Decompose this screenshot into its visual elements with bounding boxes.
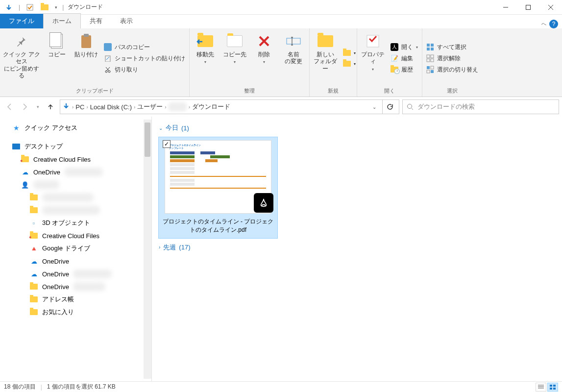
window-title: ダウンロード bbox=[68, 3, 103, 11]
close-button[interactable] bbox=[539, 0, 562, 15]
up-button[interactable] bbox=[44, 100, 57, 113]
address-bar[interactable]: › PC › Local Disk (C:) › ユーザー › › ダウンロード… bbox=[60, 99, 399, 114]
nav-onedrive-4[interactable]: OneDrive bbox=[0, 280, 151, 293]
tab-view[interactable]: 表示 bbox=[111, 14, 142, 28]
recent-dropdown[interactable]: ▾ bbox=[34, 100, 41, 113]
nav-folder-blurred-1[interactable] bbox=[0, 191, 151, 204]
nav-onedrive-2[interactable]: ☁OneDrive bbox=[0, 255, 151, 268]
nav-quick-access[interactable]: ★クイック アクセス bbox=[0, 122, 151, 134]
edit-button[interactable]: 📝編集 bbox=[389, 53, 420, 64]
select-none-button[interactable]: 選択解除 bbox=[424, 53, 480, 64]
crumb-sep[interactable]: › bbox=[189, 104, 190, 110]
svg-rect-25 bbox=[553, 388, 556, 390]
nav-creative-cloud-2[interactable]: ●Creative Cloud Files bbox=[0, 229, 151, 242]
new-item-button[interactable]: ▾ bbox=[341, 48, 355, 58]
crumb-disk[interactable]: Local Disk (C:) bbox=[90, 103, 132, 111]
nav-desktop[interactable]: デスクトップ bbox=[0, 140, 151, 153]
search-placeholder: ダウンロードの検索 bbox=[417, 102, 475, 111]
favorites-icon bbox=[29, 308, 38, 317]
details-view-button[interactable] bbox=[536, 383, 546, 392]
move-to-icon bbox=[197, 33, 213, 49]
collapse-ribbon-icon[interactable]: へ bbox=[541, 21, 546, 27]
group-today[interactable]: ⌄ 今日 (1) bbox=[159, 122, 555, 137]
qat-down-arrow-icon[interactable] bbox=[2, 2, 16, 13]
crumb-downloads[interactable]: ダウンロード bbox=[192, 102, 230, 111]
tab-file[interactable]: ファイル bbox=[0, 14, 43, 28]
tile-checkbox[interactable]: ✓ bbox=[163, 140, 171, 148]
svg-rect-18 bbox=[431, 66, 434, 69]
nav-user[interactable]: 👤 bbox=[0, 178, 151, 191]
tab-share[interactable]: 共有 bbox=[81, 14, 111, 28]
move-to-button[interactable]: 移動先 ▾ bbox=[192, 30, 219, 86]
address-dropdown[interactable]: ⌄ bbox=[368, 104, 380, 110]
invert-selection-button[interactable]: 選択の切り替え bbox=[424, 65, 480, 75]
paste-button[interactable]: 貼り付け bbox=[73, 30, 100, 86]
properties-icon bbox=[365, 33, 381, 49]
select-all-button[interactable]: すべて選択 bbox=[424, 42, 480, 52]
forward-button[interactable] bbox=[19, 100, 31, 113]
history-button[interactable]: 🕐履歴 bbox=[389, 65, 420, 75]
edit-icon: 📝 bbox=[391, 54, 398, 62]
nav-favorites[interactable]: お気に入り bbox=[0, 306, 151, 318]
copy-path-button[interactable]: パスのコピー bbox=[102, 42, 187, 52]
ribbon-group-open: プロパティ ▾ 人開く▾ 📝編集 🕐履歴 開く bbox=[357, 28, 422, 97]
open-button[interactable]: 人開く▾ bbox=[389, 42, 420, 52]
chevron-down-icon: ⌄ bbox=[159, 125, 163, 131]
select-none-icon bbox=[426, 54, 434, 62]
copy-to-drop: ▾ bbox=[234, 60, 236, 64]
crumb-user-blurred[interactable] bbox=[169, 102, 187, 111]
nav-folder-blurred-2[interactable] bbox=[0, 204, 151, 217]
adobe-icon: 人 bbox=[391, 43, 398, 51]
file-name: プロジェクトのタイムライン - プロジェクトのタイムライン.pdf bbox=[159, 217, 277, 238]
nav-creative-cloud[interactable]: ●Creative Cloud Files bbox=[0, 153, 151, 166]
refresh-button[interactable] bbox=[382, 100, 397, 114]
help-button[interactable]: ? bbox=[549, 20, 558, 28]
nav-contacts[interactable]: アドレス帳 bbox=[0, 293, 151, 306]
copy-to-button[interactable]: コピー先 ▾ bbox=[221, 30, 248, 86]
paste-shortcut-button[interactable]: ショートカットの貼り付け bbox=[102, 53, 187, 64]
select-all-icon bbox=[426, 43, 434, 51]
group-last-week[interactable]: › 先週 (17) bbox=[159, 241, 555, 257]
address-row: ▾ › PC › Local Disk (C:) › ユーザー › › ダウンロ… bbox=[0, 97, 562, 117]
crumb-pc[interactable]: PC bbox=[75, 103, 84, 111]
maximize-button[interactable] bbox=[517, 0, 539, 15]
search-box[interactable]: ダウンロードの検索 bbox=[402, 99, 559, 114]
delete-icon bbox=[256, 33, 272, 49]
qat-separator-2: | bbox=[62, 4, 64, 11]
properties-button[interactable]: プロパティ ▾ bbox=[359, 30, 387, 86]
content-view: ⌄ 今日 (1) プロジェクトのタイムラインテンプレート bbox=[152, 117, 562, 381]
copy-icon bbox=[49, 33, 65, 49]
large-icons-view-button[interactable] bbox=[547, 383, 558, 392]
delete-button[interactable]: 削除 ▾ bbox=[250, 30, 278, 86]
new-folder-button[interactable]: 新しい フォルダー bbox=[312, 30, 339, 86]
easy-access-button[interactable]: ▾ bbox=[341, 59, 355, 69]
crumb-sep[interactable]: › bbox=[72, 104, 73, 110]
cut-button[interactable]: 切り取り bbox=[102, 65, 187, 75]
qat-folder-icon[interactable] bbox=[38, 2, 51, 13]
nav-onedrive-3[interactable]: ☁OneDrive bbox=[0, 268, 151, 280]
nav-scroll-thumb[interactable] bbox=[145, 122, 150, 157]
qat-dropdown-icon[interactable]: ▾ bbox=[52, 2, 59, 13]
crumb-users[interactable]: ユーザー bbox=[137, 102, 163, 111]
nav-google-drive[interactable]: 🔺Google ドライブ bbox=[0, 242, 151, 255]
crumb-sep[interactable]: › bbox=[134, 104, 135, 110]
rename-button[interactable]: 名前 の変更 bbox=[280, 30, 307, 86]
folder-icon bbox=[29, 282, 38, 291]
star-icon: ★ bbox=[12, 123, 21, 132]
svg-rect-9 bbox=[427, 44, 430, 47]
nav-3d-objects[interactable]: ▫3D オブジェクト bbox=[0, 217, 151, 229]
status-selection: 1 個の項目を選択 61.7 KB bbox=[47, 383, 116, 391]
file-tile[interactable]: プロジェクトのタイムラインテンプレート bbox=[159, 137, 277, 238]
nav-scrollbar[interactable] bbox=[144, 120, 151, 379]
minimize-button[interactable] bbox=[494, 0, 517, 15]
pin-to-quick-access-button[interactable]: クイック アクセス にピン留めする bbox=[2, 30, 41, 86]
delete-drop: ▾ bbox=[263, 60, 265, 64]
nav-onedrive[interactable]: ☁OneDrive bbox=[0, 166, 151, 178]
back-button[interactable] bbox=[3, 100, 16, 113]
copy-button[interactable]: コピー bbox=[43, 30, 71, 86]
main-split: ★クイック アクセス デスクトップ ●Creative Cloud Files … bbox=[0, 117, 562, 381]
qat-checkbox-icon[interactable] bbox=[23, 2, 37, 13]
crumb-sep[interactable]: › bbox=[165, 104, 166, 110]
tab-home[interactable]: ホーム bbox=[43, 13, 81, 28]
crumb-sep[interactable]: › bbox=[86, 104, 88, 110]
